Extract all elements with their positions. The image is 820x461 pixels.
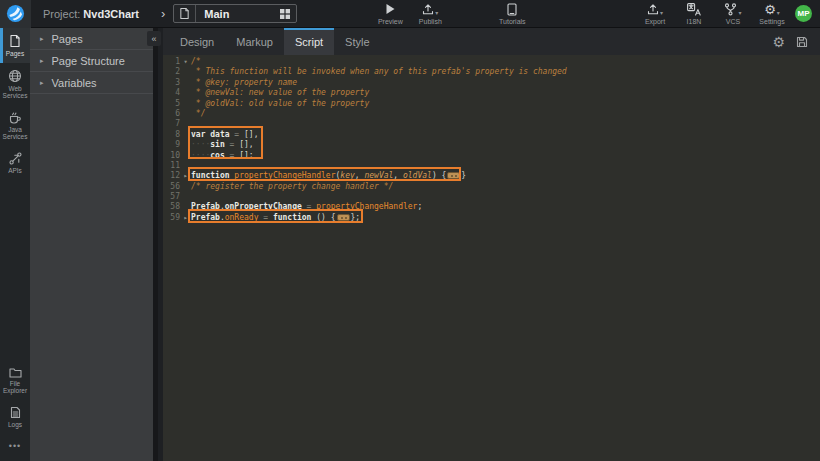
line-number: 3: [163, 78, 180, 88]
rail-item-file-explorer[interactable]: File Explorer: [0, 361, 30, 400]
button-label: Publish: [419, 18, 442, 25]
folded-code-icon[interactable]: [337, 214, 350, 221]
panel-section-page-structure[interactable]: ▸Page Structure: [30, 50, 153, 72]
fold-widget-icon[interactable]: ▾: [180, 57, 191, 67]
topbar-right-actions: ▾ExportI18N▾VCS⚙▾Settings: [640, 3, 787, 25]
collapse-panel-button[interactable]: «: [147, 31, 161, 46]
rail-item-label: APIs: [8, 167, 22, 175]
fold-widget-empty: [180, 192, 191, 202]
code-line: 5 * @oldVal: old value of the property: [163, 99, 820, 109]
code-text: Prefab.onReady = function () {};: [191, 213, 360, 223]
line-number: 57: [163, 192, 180, 202]
preview-button[interactable]: Preview: [375, 3, 405, 25]
tab-style[interactable]: Style: [334, 28, 380, 55]
line-number: 5: [163, 99, 180, 109]
code-line: 59▸Prefab.onReady = function () {};: [163, 213, 820, 223]
panel-section-pages[interactable]: ▸Pages: [30, 28, 153, 50]
rail-bottom-items: File ExplorerLogs •••: [0, 361, 30, 461]
line-number: 7: [163, 119, 180, 129]
rail-item-label: Pages: [6, 50, 24, 58]
script-settings-button[interactable]: ⚙: [772, 35, 785, 49]
panel-section-label: Pages: [52, 33, 83, 45]
i18n-icon: [687, 3, 702, 16]
code-line: 1▾/*: [163, 57, 820, 67]
line-number: 12: [163, 171, 180, 181]
fold-widget-icon[interactable]: ▸: [180, 171, 191, 181]
fold-widget-icon[interactable]: ▸: [180, 213, 191, 223]
vcs-button[interactable]: ▾VCS: [718, 3, 748, 25]
fold-widget-empty: [180, 202, 191, 212]
fold-widget-empty: [180, 130, 191, 140]
rail-item-logs[interactable]: Logs: [0, 400, 30, 434]
code-line: 10····cos = [];: [163, 151, 820, 161]
rail-item-web-services[interactable]: Web Services: [0, 63, 30, 105]
project-title: Project: Nvd3Chart: [43, 8, 139, 20]
settings-button[interactable]: ⚙▾Settings: [757, 3, 787, 25]
export-button[interactable]: ▾Export: [640, 3, 670, 25]
code-line: 58Prefab.onPropertyChange = propertyChan…: [163, 202, 820, 212]
folded-code-icon[interactable]: [447, 172, 460, 179]
publish-button[interactable]: ▾Publish: [415, 3, 445, 25]
button-label: VCS: [726, 18, 740, 25]
line-number: 11: [163, 161, 180, 171]
globe-icon: [8, 69, 22, 83]
code-text: ····sin = [],: [191, 140, 254, 150]
upload-icon: [647, 3, 659, 15]
tab-markup[interactable]: Markup: [225, 28, 284, 55]
fold-widget-empty: [180, 119, 191, 129]
tab-design[interactable]: Design: [169, 28, 225, 55]
caret-down-icon: ▾: [738, 9, 741, 16]
line-number: 58: [163, 202, 180, 212]
code-text: * @newVal: new value of the property: [191, 88, 369, 98]
button-label: Preview: [378, 18, 403, 25]
code-text: /*: [191, 57, 201, 67]
expand-arrow-icon: ▸: [40, 35, 44, 43]
wavemaker-studio: Project: Nvd3Chart › Main Preview▾Publis…: [0, 0, 820, 461]
line-number: 9: [163, 140, 180, 150]
breadcrumb-chevron-icon: ›: [161, 6, 165, 21]
save-icon: [796, 36, 808, 48]
code-text: Prefab.onPropertyChange = propertyChange…: [191, 202, 422, 212]
fold-widget-empty: [180, 88, 191, 98]
expand-arrow-icon: ▸: [40, 79, 44, 87]
user-avatar[interactable]: MP: [795, 5, 812, 22]
tutorials-button[interactable]: Tutorials: [497, 3, 527, 25]
code-line: 4 * @newVal: new value of the property: [163, 88, 820, 98]
tab-script[interactable]: Script: [284, 28, 334, 55]
topbar-left-actions: Preview▾Publish: [375, 3, 445, 25]
rail-item-apis[interactable]: APIs: [0, 146, 30, 180]
line-number: 2: [163, 67, 180, 77]
code-line: 7: [163, 119, 820, 129]
code-line: 8var data = [],: [163, 130, 820, 140]
page-selector[interactable]: Main: [173, 4, 297, 23]
panel-section-variables[interactable]: ▸Variables: [30, 72, 153, 94]
button-label: Tutorials: [499, 18, 526, 25]
project-name: Nvd3Chart: [83, 8, 139, 20]
code-editor[interactable]: 1▾/*2 * This function will be invoked wh…: [163, 55, 820, 461]
fold-widget-empty: [180, 140, 191, 150]
play-icon: [385, 3, 396, 15]
save-button[interactable]: [796, 36, 808, 48]
grid-view-icon[interactable]: [274, 9, 296, 19]
rail-item-label: Logs: [8, 421, 22, 429]
code-text: /* register the property change handler …: [191, 182, 393, 192]
rail-item-pages[interactable]: Pages: [0, 28, 30, 63]
line-number: 59: [163, 213, 180, 223]
expand-arrow-icon: ▸: [40, 57, 44, 65]
logs-icon: [10, 406, 21, 419]
code-line: 3 * @key: property name: [163, 78, 820, 88]
panel-section-label: Variables: [52, 77, 97, 89]
i18n-button[interactable]: I18N: [679, 3, 709, 25]
fold-widget-empty: [180, 109, 191, 119]
caret-down-icon: ▾: [777, 9, 780, 16]
fold-widget-empty: [180, 151, 191, 161]
more-options-icon[interactable]: •••: [0, 433, 30, 457]
fold-widget-empty: [180, 161, 191, 171]
pages-panel: ▸Pages▸Page Structure▸Variables: [30, 28, 158, 461]
topbar-tutorials: Tutorials: [497, 3, 527, 25]
line-number: 56: [163, 182, 180, 192]
line-number: 1: [163, 57, 180, 67]
code-text: * @key: property name: [191, 78, 297, 88]
rail-item-java-services[interactable]: Java Services: [0, 105, 30, 146]
wavemaker-logo[interactable]: [0, 0, 31, 28]
